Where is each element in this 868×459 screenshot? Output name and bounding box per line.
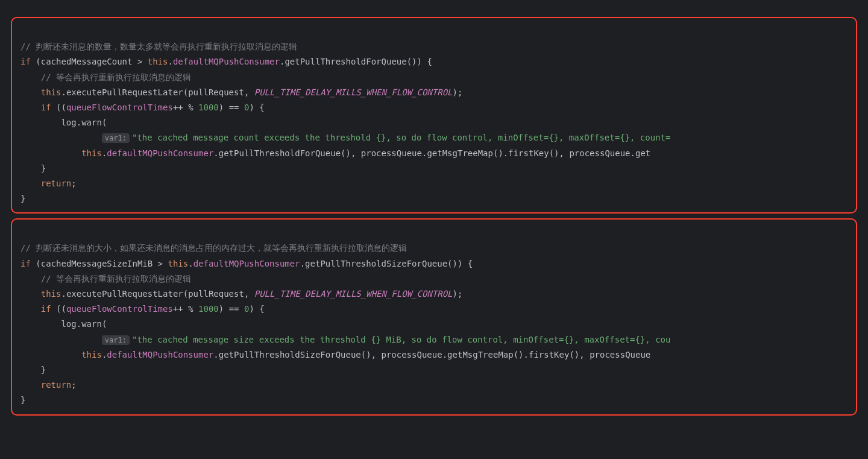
- code-block-2: // 判断还未消息的大小，如果还未消息的消息占用的内存过大，就等会再执行重新执行…: [11, 218, 857, 415]
- code-line: if (cachedMessageSizeInMiB > this.defaul…: [20, 259, 473, 268]
- keyword-if: if: [20, 57, 31, 66]
- code-line: var1:"the cached message count exceeds t…: [20, 133, 670, 142]
- keyword-return: return: [41, 179, 72, 188]
- code-line: if (cachedMessageCount > this.defaultMQP…: [20, 57, 432, 66]
- comment: // 等会再执行重新执行拉取消息的逻辑: [41, 274, 191, 283]
- code-line: }: [20, 194, 25, 203]
- code-line: if ((queueFlowControlTimes++ % 1000) == …: [20, 103, 265, 112]
- code-line: // 等会再执行重新执行拉取消息的逻辑: [20, 274, 191, 283]
- code-line: return;: [20, 380, 77, 390]
- code-line: var1:"the cached message size exceeds th…: [20, 335, 670, 344]
- inlay-hint: var1:: [102, 133, 130, 143]
- keyword-if: if: [20, 259, 31, 268]
- comment: // 判断还未消息的大小，如果还未消息的消息占用的内存过大，就等会再执行重新执行…: [20, 243, 407, 253]
- comment: // 等会再执行重新执行拉取消息的逻辑: [41, 72, 191, 82]
- code-line: // 等会再执行重新执行拉取消息的逻辑: [20, 72, 191, 82]
- code-line: this.executePullRequestLater(pullRequest…: [20, 87, 462, 97]
- code-line: // 判断还未消息的数量，数量太多就等会再执行重新执行拉取消息的逻辑: [20, 42, 297, 51]
- code-block-1: // 判断还未消息的数量，数量太多就等会再执行重新执行拉取消息的逻辑 if (c…: [11, 17, 857, 214]
- code-line: this.defaultMQPushConsumer.getPullThresh…: [20, 350, 650, 359]
- code-line: }: [20, 395, 25, 405]
- code-line: }: [20, 163, 46, 173]
- code-line: // 判断还未消息的大小，如果还未消息的消息占用的内存过大，就等会再执行重新执行…: [20, 243, 407, 253]
- keyword-return: return: [41, 380, 72, 390]
- code-line: if ((queueFlowControlTimes++ % 1000) == …: [20, 304, 265, 314]
- code-line: this.defaultMQPushConsumer.getPullThresh…: [20, 148, 650, 158]
- code-line: log.warn(: [20, 319, 107, 329]
- code-line: return;: [20, 179, 77, 188]
- inlay-hint: var1:: [102, 335, 130, 345]
- code-line: log.warn(: [20, 118, 107, 127]
- comment: // 判断还未消息的数量，数量太多就等会再执行重新执行拉取消息的逻辑: [20, 42, 297, 51]
- code-line: }: [20, 365, 46, 375]
- code-line: this.executePullRequestLater(pullRequest…: [20, 289, 462, 299]
